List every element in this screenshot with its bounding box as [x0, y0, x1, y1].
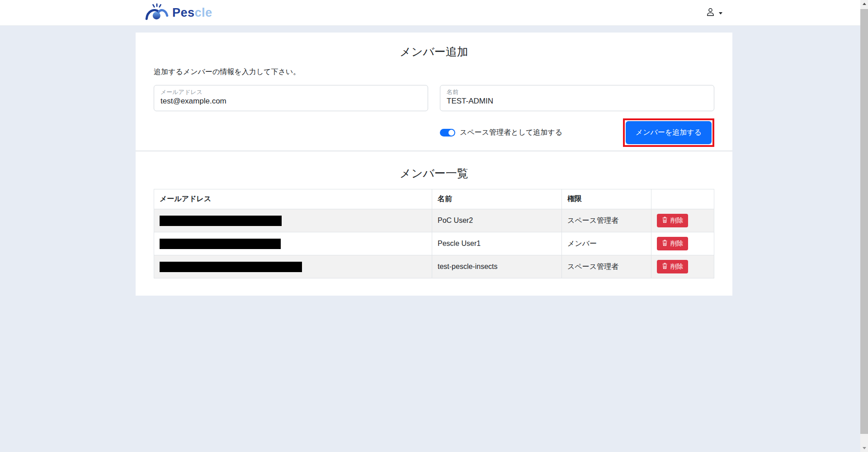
member-name: PoC User2 [432, 209, 562, 232]
member-table-row: PoC User2 スペース管理者 削除 [154, 209, 714, 232]
page-body: メンバー追加 追加するメンバーの情報を入力して下さい。 メールアドレス test… [0, 26, 868, 296]
admin-toggle-label: スペース管理者として追加する [460, 128, 562, 137]
member-role: スペース管理者 [562, 255, 651, 278]
member-list-section: メンバー一覧 メールアドレス 名前 権限 PoC User2 スペース管理 [136, 151, 732, 296]
trash-icon [662, 217, 668, 225]
delete-button-label: 削除 [670, 240, 683, 248]
member-table-header-row: メールアドレス 名前 権限 [154, 189, 714, 209]
annotation-highlight-box: メンバーを追加する [623, 118, 714, 147]
member-actions-cell: 削除 [651, 232, 714, 255]
column-header-name: 名前 [432, 189, 562, 209]
member-table-body: PoC User2 スペース管理者 削除 Pescle Use [154, 209, 714, 278]
column-header-email: メールアドレス [154, 189, 432, 209]
email-input[interactable]: メールアドレス test@example.com [154, 85, 428, 111]
scrollbar-up-arrow[interactable] [860, 0, 868, 8]
member-email-cell [154, 232, 432, 255]
scrollbar-down-arrow[interactable] [860, 444, 868, 452]
column-header-role: 権限 [562, 189, 651, 209]
member-name: test-pescle-insects [432, 255, 562, 278]
member-actions-cell: 削除 [651, 209, 714, 232]
member-email-cell [154, 255, 432, 278]
add-member-button[interactable]: メンバーを追加する [626, 121, 712, 144]
delete-button-label: 削除 [670, 263, 683, 271]
delete-member-button[interactable]: 削除 [657, 260, 688, 273]
member-role: スペース管理者 [562, 209, 651, 232]
admin-toggle-knob [448, 130, 454, 136]
admin-toggle[interactable] [440, 129, 455, 137]
navbar-container: Pescle [145, 0, 723, 25]
redacted-email-box [160, 262, 302, 272]
member-list-title: メンバー一覧 [154, 166, 714, 181]
member-role: メンバー [562, 232, 651, 255]
user-menu-dropdown[interactable] [704, 5, 723, 21]
pescle-eye-icon [145, 2, 169, 23]
member-table: メールアドレス 名前 権限 PoC User2 スペース管理者 [154, 189, 714, 278]
delete-member-button[interactable]: 削除 [657, 214, 688, 227]
add-member-title: メンバー追加 [154, 44, 714, 59]
scrollbar-thumb[interactable] [860, 9, 868, 434]
name-input-value: TEST-ADMIN [447, 96, 708, 107]
vertical-scrollbar[interactable] [860, 0, 868, 452]
redacted-email-box [160, 239, 281, 249]
brand-name-light: cle [195, 6, 212, 19]
member-name: Pescle User1 [432, 232, 562, 255]
member-actions-cell: 削除 [651, 255, 714, 278]
redacted-email-box [160, 216, 282, 226]
name-input-label: 名前 [447, 89, 708, 96]
main-card: メンバー追加 追加するメンバーの情報を入力して下さい。 メールアドレス test… [136, 33, 732, 296]
navbar: Pescle [0, 0, 868, 26]
delete-member-button[interactable]: 削除 [657, 237, 688, 250]
admin-toggle-group[interactable]: スペース管理者として追加する [440, 128, 562, 137]
caret-down-icon [719, 12, 722, 14]
member-table-row: Pescle User1 メンバー 削除 [154, 232, 714, 255]
member-email-cell [154, 209, 432, 232]
member-form-fields: メールアドレス test@example.com 名前 TEST-ADMIN [154, 85, 714, 111]
add-member-instruction: 追加するメンバーの情報を入力して下さい。 [154, 67, 714, 77]
trash-icon [662, 263, 668, 271]
person-icon [705, 7, 716, 19]
member-form-actions: スペース管理者として追加する メンバーを追加する [154, 118, 714, 147]
delete-button-label: 削除 [670, 217, 683, 225]
add-member-section: メンバー追加 追加するメンバーの情報を入力して下さい。 メールアドレス test… [136, 33, 732, 151]
member-table-row: test-pescle-insects スペース管理者 削除 [154, 255, 714, 278]
email-input-label: メールアドレス [160, 89, 421, 96]
name-input[interactable]: 名前 TEST-ADMIN [440, 85, 714, 111]
trash-icon [662, 240, 668, 248]
brand-logo[interactable]: Pescle [145, 2, 212, 23]
column-header-actions [651, 189, 714, 209]
brand-name: Pescle [172, 7, 212, 19]
brand-name-dark: Pes [172, 6, 195, 19]
email-input-value: test@example.com [160, 96, 421, 107]
